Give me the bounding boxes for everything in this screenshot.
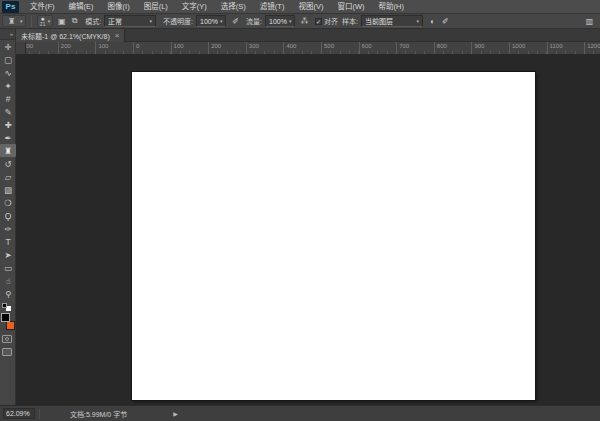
opacity-select[interactable]: 100% ▾ [196, 15, 226, 27]
screen-mode-button[interactable] [2, 348, 12, 356]
sample-select[interactable]: 当前图层 ▾ [361, 15, 423, 27]
opacity-label: 不透明度: [163, 16, 193, 26]
menu-layer[interactable]: 图层(L) [137, 0, 175, 13]
h-ruler-tick: 600 [359, 42, 360, 55]
airbrush-icon[interactable]: ⁂ [299, 16, 310, 27]
type-tool[interactable]: T [0, 235, 16, 248]
h-ruler-tick: 200 [208, 42, 209, 55]
mode-label: 模式: [85, 16, 101, 26]
mode-select[interactable]: 正常 ▾ [104, 15, 156, 27]
menu-help[interactable]: 帮助(H) [372, 0, 411, 13]
h-ruler-label: 600 [362, 43, 372, 49]
h-ruler-tick: 300 [246, 42, 247, 55]
h-ruler-tick: 1100 [547, 42, 548, 55]
menu-bar: Ps 文件(F)编辑(E)图像(I)图层(L)文字(Y)选择(S)滤镜(T)视图… [0, 0, 600, 14]
eyedropper-tool[interactable]: ✎ [0, 105, 16, 118]
h-ruler-label: 1000 [512, 43, 525, 49]
move-tool[interactable]: ✛ [0, 40, 16, 53]
lasso-tool[interactable]: ∿ [0, 66, 16, 79]
h-ruler-tick: 100 [171, 42, 172, 55]
crop-tool[interactable]: # [0, 92, 16, 105]
h-ruler-tick: 1000 [509, 42, 510, 55]
h-ruler-tick: 100 [95, 42, 96, 55]
menu-type[interactable]: 文字(Y) [175, 0, 214, 13]
pasteboard [16, 55, 600, 405]
menu-edit[interactable]: 编辑(E) [62, 0, 101, 13]
ignore-adjustment-layers-icon[interactable]: ◐ [427, 16, 438, 27]
h-ruler-tick: 1200 [584, 42, 585, 55]
menu-filter[interactable]: 滤镜(T) [253, 0, 292, 13]
menu-select[interactable]: 选择(S) [214, 0, 253, 13]
pen-pressure-opacity-icon[interactable]: ✐ [230, 16, 241, 27]
tool-preset-picker[interactable]: ♜ ▾ [2, 15, 26, 27]
color-swatches [1, 313, 15, 330]
flow-select[interactable]: 100% ▾ [265, 15, 295, 27]
h-ruler-tick: 800 [434, 42, 435, 55]
opacity-value: 100% [200, 18, 218, 25]
eraser-tool[interactable]: ▱ [0, 170, 16, 183]
blur-tool[interactable]: ❍ [0, 196, 16, 209]
separator [31, 16, 32, 27]
history-brush-tool[interactable]: ↺ [0, 157, 16, 170]
hand-tool[interactable]: ☝ [0, 274, 16, 287]
menu-view[interactable]: 视图(V) [291, 0, 330, 13]
menu-items: 文件(F)编辑(E)图像(I)图层(L)文字(Y)选择(S)滤镜(T)视图(V)… [23, 0, 411, 13]
tools-panel: » ✛▢∿✦#✎✚✒♜↺▱▨❍Ϙ✑T➤▭☝⚲ [0, 29, 16, 405]
document-tab[interactable]: 未标题-1 @ 62.1%(CMYK/8) × [16, 29, 125, 42]
close-icon[interactable]: × [115, 32, 120, 40]
brush-preset-picker[interactable]: ● 21 ▾ [37, 15, 54, 27]
brush-tool[interactable]: ✒ [0, 131, 16, 144]
rectangular-marquee-tool[interactable]: ▢ [0, 53, 16, 66]
h-ruler-label: 1100 [550, 43, 563, 49]
document-info: 文档:5.99M/0 字节 [70, 409, 127, 419]
h-ruler-label: 100 [174, 43, 184, 49]
menu-window[interactable]: 窗口(W) [330, 0, 371, 13]
h-ruler-tick: 900 [471, 42, 472, 55]
chevron-down-icon: ▾ [416, 18, 419, 24]
dodge-tool[interactable]: Ϙ [0, 209, 16, 222]
h-ruler-label: 500 [324, 43, 334, 49]
background-color-swatch[interactable] [6, 321, 15, 330]
menu-image[interactable]: 图像(I) [101, 0, 137, 13]
h-ruler-label: 0 [136, 43, 139, 49]
document-title: 未标题-1 @ 62.1%(CMYK/8) [21, 31, 110, 41]
menu-file[interactable]: 文件(F) [23, 0, 62, 13]
path-selection-tool[interactable]: ➤ [0, 248, 16, 261]
separator [39, 409, 40, 419]
document-canvas[interactable] [132, 72, 535, 400]
h-ruler-label: 900 [474, 43, 484, 49]
h-ruler-label: 700 [399, 43, 409, 49]
spot-healing-brush-tool[interactable]: ✚ [0, 118, 16, 131]
clone-stamp-tool[interactable]: ♜ [0, 144, 16, 157]
brush-panel-toggle-icon[interactable]: ▣ [56, 16, 67, 27]
chevron-down-icon: ▾ [289, 18, 292, 24]
chevron-down-icon: ▾ [150, 18, 153, 24]
rectangle-tool[interactable]: ▭ [0, 261, 16, 274]
clone-stamp-icon: ♜ [6, 16, 17, 27]
panel-dock-icon[interactable]: ▥ [584, 16, 595, 27]
foreground-color-swatch[interactable] [1, 313, 10, 322]
zoom-level-field[interactable]: 62.09% [3, 408, 35, 419]
h-ruler-tick: 500 [321, 42, 322, 55]
chevron-down-icon: ▾ [220, 18, 223, 24]
pen-pressure-size-icon[interactable]: ✐ [440, 16, 451, 27]
status-menu-arrow-icon[interactable]: ▶ [173, 410, 178, 417]
gradient-tool[interactable]: ▨ [0, 183, 16, 196]
aligned-checkbox[interactable]: ✓ [315, 18, 322, 25]
tools-collapse-button[interactable]: » [0, 29, 15, 40]
brush-size-value: 21 [40, 22, 46, 27]
h-ruler-label: 200 [61, 43, 71, 49]
h-ruler-tick: 0 [133, 42, 134, 55]
ruler-origin-corner [16, 42, 26, 55]
zoom-tool[interactable]: ⚲ [0, 287, 16, 300]
default-colors-icon[interactable] [2, 303, 11, 311]
chevron-down-icon: ▾ [48, 18, 51, 24]
document-tab-bar: 未标题-1 @ 62.1%(CMYK/8) × [16, 29, 600, 42]
flow-label: 流量: [246, 16, 262, 26]
quick-selection-tool[interactable]: ✦ [0, 79, 16, 92]
options-bar: ♜ ▾ ● 21 ▾ ▣ ⧉ 模式: 正常 ▾ 不透明度: 100% ▾ ✐ 流… [0, 14, 600, 29]
clone-source-panel-icon[interactable]: ⧉ [69, 16, 80, 27]
quick-mask-button[interactable] [2, 335, 12, 343]
pen-tool[interactable]: ✑ [0, 222, 16, 235]
h-ruler-tick: 200 [58, 42, 59, 55]
